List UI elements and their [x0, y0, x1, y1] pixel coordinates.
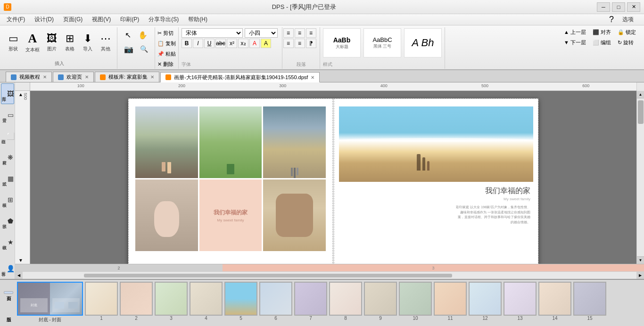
thumb-4[interactable]: 4: [190, 282, 223, 324]
table-button[interactable]: ⊞ 表格: [61, 28, 78, 57]
menu-view[interactable]: 视图(V): [87, 14, 116, 25]
sidebar-border[interactable]: ⬜ 边框: [1, 126, 14, 147]
thumb-9[interactable]: 9: [364, 282, 397, 324]
outline-view-button[interactable]: 图版: [4, 312, 13, 315]
thumb-8[interactable]: 8: [329, 282, 362, 324]
tab-tutorial-close[interactable]: ✕: [43, 74, 47, 80]
rotate-button[interactable]: ↻ 旋转: [615, 38, 638, 47]
h-scroll-thumb[interactable]: [84, 274, 452, 277]
thumb-2[interactable]: 2: [120, 282, 153, 324]
sidebar-material[interactable]: ❋ 素材: [1, 147, 14, 168]
select-tool[interactable]: ↖: [121, 28, 134, 41]
sidebar-background[interactable]: ▭ 背景: [1, 105, 14, 125]
sidebar-template[interactable]: ⊞ 模板: [1, 189, 14, 210]
import-button[interactable]: ⬇ 导入: [79, 28, 96, 57]
strikethrough-button[interactable]: abc: [215, 39, 226, 48]
heading1-style[interactable]: AaBb 大标题: [323, 28, 361, 57]
canvas-viewport[interactable]: 我们幸福的家 My sweet family: [30, 91, 636, 264]
move-up-button[interactable]: ▲ 上一层: [561, 27, 588, 37]
move-down-button[interactable]: ▼ 下一层: [561, 38, 588, 47]
menu-file[interactable]: 文件(F): [2, 14, 30, 25]
menu-design[interactable]: 设计(D): [30, 14, 58, 25]
help-icon[interactable]: ?: [609, 15, 614, 24]
align-justify-button[interactable]: ≡: [283, 39, 294, 48]
maximize-button[interactable]: □: [612, 2, 625, 12]
vertical-scrollbar[interactable]: ▲ ▼: [636, 91, 644, 264]
sidebar-style[interactable]: ▦ 版式: [1, 168, 14, 189]
thumb-15[interactable]: 15: [573, 282, 606, 324]
paste-button[interactable]: 📌 粘贴: [155, 49, 178, 58]
thumb-10[interactable]: 10: [399, 282, 432, 324]
align-center-button[interactable]: ≡: [295, 28, 305, 38]
next-page-arrow[interactable]: ▼: [18, 258, 23, 263]
menu-help[interactable]: 帮助(H): [183, 14, 212, 25]
prev-page-arrow[interactable]: ▲: [18, 92, 23, 97]
menu-page[interactable]: 页面(G): [58, 14, 87, 25]
scroll-thumb[interactable]: [638, 100, 644, 124]
font-name-select[interactable]: 宋体: [182, 28, 243, 38]
scroll-down-button[interactable]: ▼: [637, 256, 644, 264]
sidebar-shape[interactable]: ⬟ 形状: [1, 211, 14, 231]
thumb-6[interactable]: 6: [259, 282, 292, 324]
beach-photo[interactable]: [339, 106, 533, 182]
align-button[interactable]: ⬛ 对齐: [590, 27, 613, 37]
thumb-3[interactable]: 3: [155, 282, 188, 324]
body3-style[interactable]: A Bh: [404, 28, 442, 57]
lock-button[interactable]: 🔒 锁定: [615, 27, 638, 37]
delete-button[interactable]: ✕ 删除: [155, 59, 178, 69]
line-spacing-button[interactable]: ≡: [295, 39, 305, 48]
zoom-tool[interactable]: 🔍: [137, 42, 151, 56]
menu-share[interactable]: 分享导出(S): [144, 14, 183, 25]
thumb-7[interactable]: 7: [294, 282, 327, 324]
tab-document-close[interactable]: ✕: [311, 75, 314, 80]
highlight-button[interactable]: A: [261, 39, 271, 48]
group-button[interactable]: ⬜ 编组: [590, 38, 613, 47]
photo-cell-1[interactable]: [135, 106, 198, 178]
horizontal-scrollbar[interactable]: ◀ ▶: [15, 271, 644, 279]
close-button[interactable]: ✕: [627, 2, 640, 12]
options-menu[interactable]: 选项: [618, 14, 638, 25]
tab-template-close[interactable]: ✕: [150, 74, 154, 80]
sidebar-photo-library[interactable]: 🖼 图库: [1, 83, 14, 104]
paragraph-settings-button[interactable]: ⁋: [306, 39, 316, 48]
underline-button[interactable]: U: [204, 39, 215, 48]
copy-button[interactable]: 📋 复制: [155, 39, 178, 48]
superscript-button[interactable]: x²: [227, 39, 237, 48]
tab-welcome-close[interactable]: ✕: [85, 74, 89, 80]
thumb-14[interactable]: 14: [538, 282, 571, 324]
scroll-left-button[interactable]: ◀: [15, 272, 23, 279]
scroll-right-button[interactable]: ▶: [636, 272, 644, 279]
photo-cell-4[interactable]: [135, 179, 198, 251]
body-black-style[interactable]: AaBbC 黑体 三号: [363, 28, 401, 57]
font-size-select[interactable]: 小四: [245, 28, 278, 38]
image-button[interactable]: 🖼 图片: [43, 28, 60, 57]
thumb-1[interactable]: 1: [85, 282, 118, 324]
tab-welcome[interactable]: 欢迎页 ✕: [53, 72, 94, 82]
scroll-up-button[interactable]: ▲: [637, 91, 644, 98]
tab-template[interactable]: 模板库: 家庭影集 ✕: [95, 72, 159, 82]
menu-print[interactable]: 印刷(P): [116, 14, 144, 25]
photo-cell-2[interactable]: [199, 106, 262, 178]
bold-button[interactable]: B: [182, 39, 192, 48]
photo-cell-5[interactable]: [263, 179, 326, 251]
thumb-13[interactable]: 13: [504, 282, 537, 324]
thumb-5[interactable]: 5: [224, 282, 257, 324]
sidebar-collection[interactable]: ★ 收藏: [1, 232, 14, 253]
cut-button[interactable]: ✂ 剪切: [155, 28, 178, 38]
thumb-12[interactable]: 12: [469, 282, 502, 324]
align-right-button[interactable]: ≡: [306, 28, 316, 38]
other-button[interactable]: ⋯ 其他: [97, 28, 114, 57]
align-left-button[interactable]: ≡: [283, 28, 294, 38]
textbox-button[interactable]: A 文本框: [23, 28, 42, 57]
subscript-button[interactable]: x₂: [238, 39, 248, 48]
thumb-11[interactable]: 11: [434, 282, 467, 324]
image-tool[interactable]: 📷: [121, 42, 136, 56]
hand-tool[interactable]: ✋: [135, 28, 150, 41]
minimize-button[interactable]: ─: [597, 2, 610, 12]
sidebar-customer[interactable]: 👤 客服: [1, 258, 14, 279]
tab-document[interactable]: 画册-大16开硬壳精装-清新风格家庭影集190419-1550.dpsf ✕: [160, 72, 320, 82]
font-color-button[interactable]: A: [249, 39, 260, 48]
italic-button[interactable]: I: [193, 39, 203, 48]
page-view-button[interactable]: 页面: [4, 291, 13, 294]
thumb-cover[interactable]: 封底 封底 - 封面: [17, 282, 83, 324]
